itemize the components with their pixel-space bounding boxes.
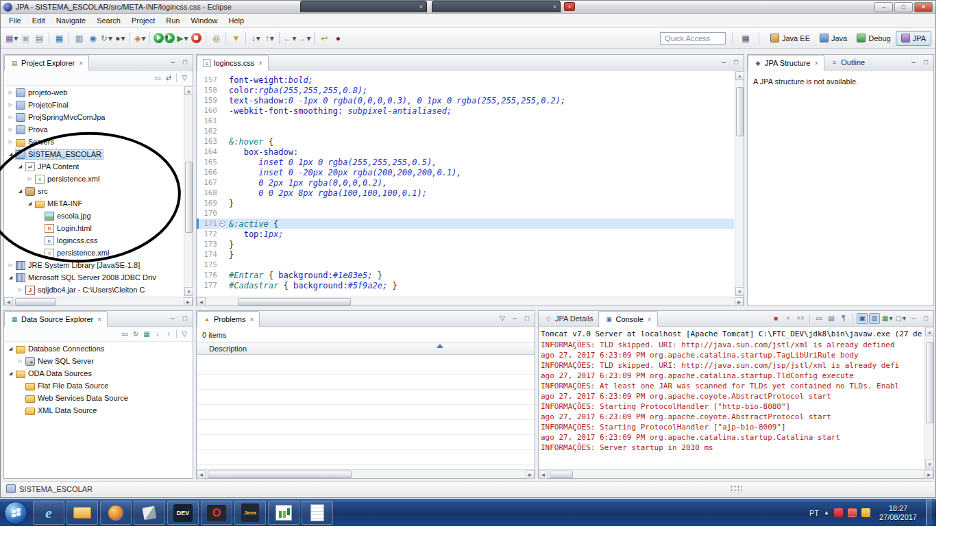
code-line-158[interactable]: 158color:rgba(255,255,255,0.8); [197,85,734,95]
dev-app-button[interactable]: DEV [167,501,199,525]
twisty-icon[interactable]: ▷ [6,139,15,145]
code-line-160[interactable]: 160-webkit-font-smoothing: subpixel-anti… [197,105,734,116]
code-line-162[interactable]: 162 [197,126,734,136]
twisty-icon[interactable]: ▷ [6,90,15,95]
minimize-view-icon[interactable]: – [908,313,919,324]
close-tab-icon[interactable]: × [648,316,652,323]
close-icon[interactable]: × [419,3,423,10]
close-tab-icon[interactable]: × [249,316,254,323]
problems-hscrollbar[interactable]: ◀ ▶ [197,469,535,478]
language-indicator[interactable]: PT [809,509,819,517]
tray-app-icon[interactable] [861,508,870,517]
tree-item-database-connections[interactable]: ◢Database Connections [4,343,191,355]
code-line-167[interactable]: 167 0 2px 1px rgba(0,0,0,0.2), [197,177,734,188]
scroll-up-icon[interactable]: ▲ [925,327,934,336]
code-line-174[interactable]: 174} [197,249,734,260]
project-explorer-hscrollbar[interactable]: ◀ ▶ [4,297,193,306]
scroll-down-icon[interactable]: ▼ [184,287,193,296]
tab-jpa-details[interactable]: ◇ JPA Details [539,311,598,326]
code-line-163[interactable]: 163&:hover { [197,136,734,147]
minimize-window-button[interactable]: – [874,2,893,12]
last-edit-location-icon[interactable]: ↩ [317,32,331,45]
perspective-debug[interactable]: Debug [852,31,895,46]
menu-file[interactable]: File [3,14,27,28]
scroll-down-icon[interactable]: ▼ [735,287,744,296]
close-tab-icon[interactable]: × [79,60,83,67]
new-jpa-project-icon[interactable]: ▦ [52,32,66,45]
save-icon[interactable]: ▣ [19,32,32,45]
view-menu-icon[interactable]: ▽ [179,73,190,84]
display-selected-console-icon[interactable]: ▢▾ [895,313,907,324]
scroll-up-icon[interactable]: ▲ [735,71,744,80]
twisty-icon[interactable]: ◢ [6,346,15,351]
menu-window[interactable]: Window [185,14,223,28]
import-config-icon[interactable]: ↓ [152,329,163,340]
tree-item-prova[interactable]: ▷Prova [4,123,183,136]
maximize-view-icon[interactable]: □ [920,313,931,324]
web-browser-icon[interactable]: ◉ [86,32,99,45]
tray-app-icon[interactable] [834,508,843,517]
close-tab-icon[interactable]: × [814,60,818,67]
code-line-172[interactable]: 172 top:1px; [197,229,734,239]
sash-grip[interactable] [730,485,742,493]
tab-console[interactable]: ▣ Console × [598,311,657,327]
code-line-175[interactable]: 175 [197,260,734,270]
twisty-icon[interactable]: ◢ [25,201,34,206]
maximize-view-icon[interactable]: □ [522,313,532,324]
fold-marker[interactable]: − [217,221,227,227]
refresh-icon[interactable]: ↻ [130,329,141,340]
collapse-all-icon[interactable]: ▭ [152,73,163,84]
code-line-161[interactable]: 161 [197,116,734,126]
code-line-173[interactable]: 173} [197,239,734,249]
show-hidden-icons-icon[interactable]: ▲ [824,510,829,516]
forward-icon[interactable]: →▾ [297,32,311,45]
word-wrap-icon[interactable]: ¶ [838,313,849,324]
clock[interactable]: 18:27 27/08/2017 [875,504,921,522]
close-tab-icon[interactable]: × [258,60,262,67]
code-line-171[interactable]: 171−&:active { [197,219,734,229]
scroll-left-icon[interactable]: ◀ [539,470,548,479]
external-tools-icon[interactable]: ▶▾ [175,32,189,45]
update-site-icon[interactable]: ▥ [72,32,86,45]
quick-access-input[interactable]: Quick Access [660,32,726,45]
minimize-view-icon[interactable]: – [908,57,919,68]
tree-item-login-html[interactable]: Login.html [4,222,183,234]
tab-jpa-structure[interactable]: ◆ JPA Structure × [748,55,824,71]
twisty-icon[interactable]: ◢ [16,164,25,169]
view-menu-icon[interactable]: ▽ [179,329,190,340]
tree-item-new-sql-server[interactable]: ▷New SQL Server [4,355,191,367]
tree-item-jpa-content[interactable]: ◢JPA Content [4,160,183,173]
start-button[interactable] [4,501,27,525]
tree-item-oda-data-sources[interactable]: ◢ODA Data Sources [4,367,191,380]
minimize-view-icon[interactable]: – [509,313,520,324]
new-data-source-icon[interactable]: ▦ [141,329,152,340]
maximize-view-icon[interactable]: □ [180,57,191,68]
snipping-tool-button[interactable] [134,501,165,525]
background-window-tab[interactable]: × [432,1,561,12]
scroll-right-icon[interactable]: ▶ [924,470,933,479]
scroll-right-icon[interactable]: ▶ [526,470,535,479]
tree-item-logincss-css[interactable]: logincss.css [4,234,183,247]
tree-item-projeto-web[interactable]: ▷projeto-web [4,86,183,99]
tab-data-source-explorer[interactable]: ▦ Data Source Explorer × [4,311,108,327]
code-line-169[interactable]: 169} [197,198,734,208]
tree-item-src[interactable]: ◢src [4,185,183,197]
scroll-down-icon[interactable]: ▼ [925,460,934,469]
tree-item-web-services-data-source[interactable]: Web Services Data Source [4,392,191,404]
red-sphere-icon[interactable]: ● [331,32,345,45]
console-hscrollbar[interactable]: ◀ ▶ [539,469,933,478]
run-icon[interactable]: ▾ [153,32,175,45]
project-explorer-vscrollbar[interactable]: ▲ ▼ [184,86,193,296]
tree-item-xml-data-source[interactable]: XML Data Source [4,404,191,416]
code-line-159[interactable]: 159text-shadow:0 -1px 0 rgba(0,0,0,0.3),… [197,95,734,105]
search-icon[interactable]: ◎ [209,32,223,45]
twisty-icon[interactable]: ▷ [6,127,15,132]
print-icon[interactable]: ▤ [32,32,46,45]
export-config-icon[interactable]: ↑ [163,329,174,340]
code-line-157[interactable]: 157font-weight:bold; [197,75,734,85]
close-icon[interactable]: × [553,3,556,10]
twisty-icon[interactable]: ◢ [6,371,15,376]
perspective-java[interactable]: Java [815,31,852,46]
tree-item-sistema-escolar[interactable]: ◢SISTEMA_ESCOLAR [4,148,183,160]
pin-console-icon[interactable]: ▣ [857,313,868,324]
